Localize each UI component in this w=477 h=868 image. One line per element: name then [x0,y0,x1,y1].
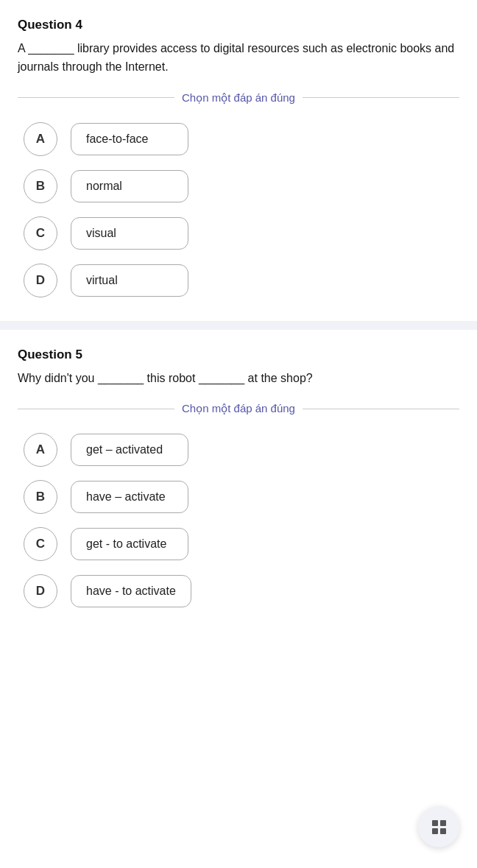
question4-chooser: Chọn một đáp án đúng [182,91,295,105]
divider-line-right [303,97,459,98]
divider5-line-right [303,409,459,409]
option-a-circle: A [24,122,57,156]
option5-c-circle: C [24,527,57,561]
question4-options: A face-to-face B normal C visual D virtu… [18,122,459,297]
option-d-circle: D [24,264,57,297]
option5-b-box: have – activate [71,481,188,513]
question5-option-d[interactable]: D have - to activate [24,574,453,608]
option5-a-circle: A [24,433,57,467]
question4-block: Question 4 A _______ library provides ac… [0,0,477,321]
option-c-box: visual [71,217,188,250]
question4-option-c[interactable]: C visual [24,216,453,250]
option5-d-circle: D [24,574,57,608]
question5-chooser: Chọn một đáp án đúng [182,402,295,415]
option5-a-box: get – activated [71,434,188,466]
question4-divider: Chọn một đáp án đúng [18,91,459,105]
option-b-circle: B [24,169,57,203]
option-d-box: virtual [71,264,188,297]
option-c-circle: C [24,216,57,250]
question4-text: A _______ library provides access to dig… [18,40,459,77]
question4-option-a[interactable]: A face-to-face [24,122,453,156]
question4-label: Question 4 [18,18,459,32]
question5-text: Why didn't you _______ this robot ______… [18,370,459,388]
question5-option-c[interactable]: C get - to activate [24,527,453,561]
question4-option-d[interactable]: D virtual [24,264,453,297]
question5-label: Question 5 [18,347,459,362]
question4-option-b[interactable]: B normal [24,169,453,203]
option5-d-box: have - to activate [71,575,191,607]
question-separator [0,321,477,330]
question5-divider: Chọn một đáp án đúng [18,402,459,415]
question5-option-a[interactable]: A get – activated [24,433,453,467]
option-a-box: face-to-face [71,123,188,155]
divider5-line-left [18,409,174,409]
question5-block: Question 5 Why didn't you _______ this r… [0,330,477,632]
grid-fab-button[interactable] [418,806,459,847]
option5-b-circle: B [24,480,57,514]
question5-option-b[interactable]: B have – activate [24,480,453,514]
grid-icon [432,820,446,834]
question5-options: A get – activated B have – activate C ge… [18,433,459,608]
option5-c-box: get - to activate [71,528,188,560]
divider-line-left [18,97,174,98]
option-b-box: normal [71,170,188,202]
